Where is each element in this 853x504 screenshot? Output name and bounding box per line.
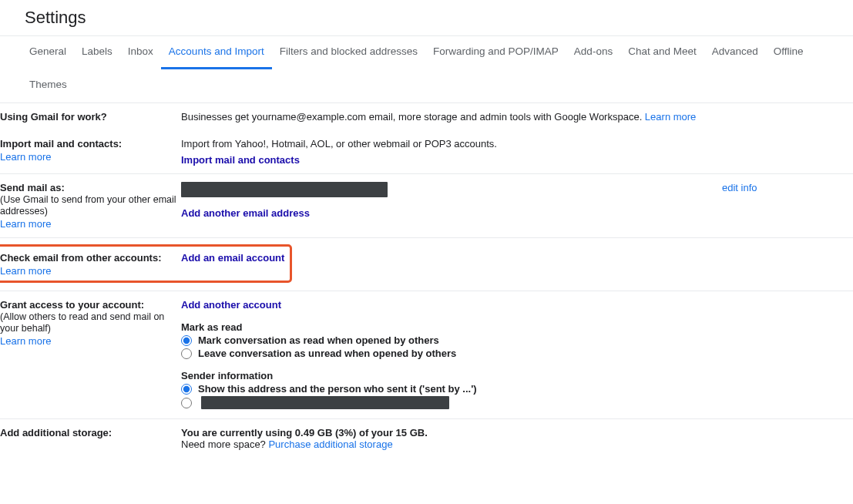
grant-access-title: Grant access to your account:	[0, 299, 144, 311]
using-gmail-work-title: Using Gmail for work?	[0, 111, 107, 123]
tab-chat-and-meet[interactable]: Chat and Meet	[620, 36, 704, 69]
tabs-bar: GeneralLabelsInboxAccounts and ImportFil…	[0, 35, 853, 103]
storage-usage: You are currently using 0.49 GB (3%) of …	[181, 427, 428, 438]
sender-info-opt1: Show this address and the person who sen…	[198, 383, 477, 395]
sender-info-heading: Sender information	[181, 370, 853, 381]
tab-add-ons[interactable]: Add-ons	[566, 36, 620, 69]
tab-general[interactable]: General	[22, 36, 74, 69]
grant-access-sub: (Allow others to read and send mail on y…	[0, 311, 164, 334]
using-gmail-work-learn-more[interactable]: Learn more	[645, 111, 696, 123]
storage-title: Add additional storage:	[0, 427, 112, 438]
mark-read-radio-1[interactable]	[181, 335, 192, 346]
tab-inbox[interactable]: Inbox	[120, 36, 161, 69]
tab-themes[interactable]: Themes	[22, 69, 75, 102]
sender-info-redacted	[201, 396, 449, 409]
add-another-account-link[interactable]: Add another account	[181, 299, 281, 311]
import-mail-contacts-link[interactable]: Import mail and contacts	[181, 154, 300, 166]
send-mail-as-title: Send mail as:	[0, 182, 65, 193]
tab-advanced[interactable]: Advanced	[704, 36, 766, 69]
send-mail-as-redacted	[181, 182, 388, 197]
edit-info-link[interactable]: edit info	[722, 182, 757, 193]
tab-offline[interactable]: Offline	[766, 36, 811, 69]
add-email-account-link[interactable]: Add an email account	[181, 252, 284, 264]
tab-forwarding-and-pop-imap[interactable]: Forwarding and POP/IMAP	[425, 36, 566, 69]
sender-info-radio-1[interactable]	[181, 384, 192, 395]
mark-read-opt1: Mark conversation as read when opened by…	[198, 334, 439, 346]
mark-read-opt2: Leave conversation as unread when opened…	[198, 348, 456, 359]
send-mail-as-sub: (Use Gmail to send from your other email…	[0, 194, 176, 217]
page-title: Settings	[0, 0, 853, 35]
add-another-email-link[interactable]: Add another email address	[181, 207, 310, 219]
tab-accounts-and-import[interactable]: Accounts and Import	[161, 36, 272, 69]
mark-as-read-heading: Mark as read	[181, 321, 853, 333]
purchase-storage-link[interactable]: Purchase additional storage	[268, 438, 392, 450]
check-email-learn-more[interactable]: Learn more	[0, 265, 51, 277]
grant-access-learn-more[interactable]: Learn more	[0, 335, 51, 347]
mark-read-radio-2[interactable]	[181, 348, 192, 359]
import-contacts-desc: Import from Yahoo!, Hotmail, AOL, or oth…	[181, 138, 497, 150]
tab-filters-and-blocked-addresses[interactable]: Filters and blocked addresses	[272, 36, 425, 69]
storage-need-more: Need more space?	[181, 438, 268, 450]
check-email-title: Check email from other accounts:	[0, 252, 162, 264]
sender-info-radio-2[interactable]	[181, 398, 192, 408]
using-gmail-work-desc: Businesses get yourname@example.com emai…	[181, 111, 645, 123]
import-contacts-title: Import mail and contacts:	[0, 138, 122, 150]
tab-labels[interactable]: Labels	[74, 36, 120, 69]
import-contacts-learn-more[interactable]: Learn more	[0, 151, 51, 163]
send-mail-as-learn-more[interactable]: Learn more	[0, 218, 51, 230]
